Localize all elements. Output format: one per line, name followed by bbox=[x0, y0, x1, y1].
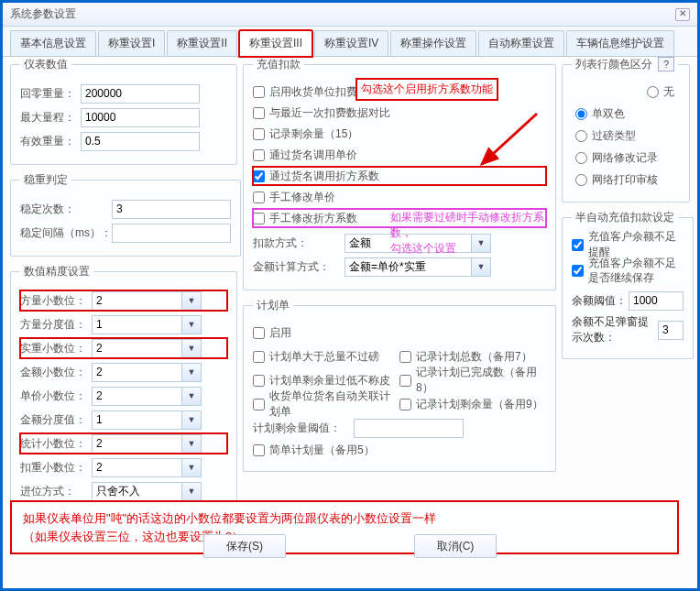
tab-1[interactable]: 称重设置I bbox=[98, 30, 165, 56]
tab-strip: 基本信息设置称重设置I称重设置II称重设置III称重设置IV称重操作设置自动称重… bbox=[3, 27, 697, 57]
chevron-down-icon[interactable]: ▼ bbox=[181, 387, 202, 406]
tab-7[interactable]: 车辆信息维护设置 bbox=[566, 30, 674, 56]
meter-legend: 仪表数值 bbox=[20, 57, 71, 72]
chevron-down-icon[interactable]: ▼ bbox=[181, 315, 202, 334]
dialog-window: 系统参数设置 ✕ 基本信息设置称重设置I称重设置II称重设置III称重设置IV称… bbox=[0, 0, 700, 591]
chevron-down-icon[interactable]: ▼ bbox=[181, 410, 202, 430]
charge-check[interactable]: 记录剩余量（15） bbox=[253, 125, 546, 143]
charge-check[interactable]: 手工修改单价 bbox=[253, 188, 546, 206]
combo-input[interactable] bbox=[92, 458, 181, 477]
color-none-radio[interactable]: 无 bbox=[572, 82, 680, 101]
label: 单价小数位： bbox=[20, 389, 92, 404]
plan-threshold-label: 计划剩余量阈值： bbox=[253, 421, 354, 436]
label: 最大量程： bbox=[20, 110, 81, 126]
label: 稳定间隔（ms）： bbox=[20, 225, 112, 241]
combo[interactable]: ▼ bbox=[92, 482, 202, 501]
combo-input[interactable] bbox=[92, 410, 181, 430]
combo[interactable]: ▼ bbox=[92, 410, 202, 430]
label: 有效重量： bbox=[20, 134, 81, 149]
cancel-button[interactable]: 取消(C) bbox=[414, 534, 497, 558]
charge-check[interactable]: 与最近一次扣费数据对比 bbox=[253, 104, 546, 122]
plan-simple-check[interactable]: 简单计划量（备用5） bbox=[253, 441, 546, 459]
combo[interactable]: ▼ bbox=[92, 458, 202, 477]
plan-check[interactable]: 记录计划总数（备用7） bbox=[399, 347, 546, 366]
label: 回零重量： bbox=[20, 86, 81, 102]
color-radio[interactable]: 网络修改记录 bbox=[575, 148, 680, 167]
chevron-down-icon[interactable]: ▼ bbox=[181, 458, 202, 477]
color-radio[interactable]: 单双色 bbox=[575, 104, 680, 123]
save-button[interactable]: 保存(S) bbox=[203, 534, 286, 558]
chevron-down-icon[interactable]: ▼ bbox=[181, 482, 202, 501]
color-group: 列表行颜色区分? 无 单双色过磅类型网络修改记录网络打印审核 bbox=[562, 57, 690, 202]
charge-check[interactable]: 通过货名调用折方系数 bbox=[253, 167, 546, 185]
sa-bal-input[interactable] bbox=[629, 291, 684, 311]
label: 统计小数位： bbox=[20, 436, 92, 452]
combo-input[interactable] bbox=[92, 387, 181, 406]
charge-group: 充值扣款 启用收货单位扣费与最近一次扣费数据对比记录剩余量（15）通过货名调用单… bbox=[243, 57, 556, 290]
combo-input[interactable] bbox=[92, 315, 181, 334]
label: 实重小数位： bbox=[20, 341, 92, 356]
text-input[interactable] bbox=[81, 132, 200, 151]
plan-check[interactable]: 记录计划已完成数（备用8） bbox=[399, 371, 546, 389]
text-input[interactable] bbox=[81, 84, 200, 104]
color-radio[interactable]: 过磅类型 bbox=[575, 126, 680, 145]
color-radio[interactable]: 网络打印审核 bbox=[575, 170, 680, 189]
combo[interactable]: ▼ bbox=[345, 257, 491, 277]
tab-5[interactable]: 称重操作设置 bbox=[390, 30, 476, 56]
chevron-down-icon[interactable]: ▼ bbox=[181, 339, 202, 358]
label: 金额计算方式： bbox=[253, 259, 345, 275]
sa-pop-input[interactable] bbox=[658, 321, 684, 340]
help-icon[interactable]: ? bbox=[658, 57, 674, 71]
sa-bal-label: 余额阈值： bbox=[572, 293, 629, 309]
plan-check[interactable]: 计划单剩余量过低不称皮 bbox=[253, 371, 399, 389]
annotation-pink: 如果需要过磅时手动修改折方系数，勾选这个设置 bbox=[390, 210, 555, 256]
semiauto-legend: 半自动充值扣款设定 bbox=[572, 210, 678, 225]
combo-input[interactable] bbox=[92, 363, 181, 382]
chevron-down-icon[interactable]: ▼ bbox=[181, 363, 202, 382]
plan-threshold-input[interactable] bbox=[354, 419, 464, 438]
annotation-red-1: 勾选这个启用折方系数功能 bbox=[357, 80, 497, 99]
combo[interactable]: ▼ bbox=[92, 339, 202, 358]
plan-enable-check[interactable]: 启用 bbox=[253, 323, 546, 342]
plan-legend: 计划单 bbox=[253, 298, 293, 313]
text-input[interactable] bbox=[112, 200, 231, 219]
text-input[interactable] bbox=[112, 224, 231, 243]
charge-check[interactable]: 通过货名调用单价 bbox=[253, 146, 546, 164]
label: 扣款方式： bbox=[253, 235, 345, 251]
chevron-down-icon[interactable]: ▼ bbox=[181, 434, 202, 454]
tab-4[interactable]: 称重设置IV bbox=[314, 30, 388, 56]
tab-2[interactable]: 称重设置II bbox=[167, 30, 237, 56]
tab-3[interactable]: 称重设置III bbox=[239, 30, 312, 57]
tab-0[interactable]: 基本信息设置 bbox=[10, 30, 96, 56]
combo[interactable]: ▼ bbox=[92, 363, 202, 382]
semiauto-group: 半自动充值扣款设定 充值客户余额不足提醒 充值客户余额不足是否继续保存 余额阈值… bbox=[562, 210, 694, 359]
label: 金额分度值： bbox=[20, 412, 92, 428]
meter-group: 仪表数值 回零重量：最大量程：有效重量： bbox=[10, 57, 237, 165]
precision-legend: 数值精度设置 bbox=[20, 264, 93, 279]
combo-input[interactable] bbox=[92, 291, 181, 311]
combo[interactable]: ▼ bbox=[92, 291, 202, 311]
combo[interactable]: ▼ bbox=[92, 434, 202, 454]
label: 进位方式： bbox=[20, 484, 92, 499]
chevron-down-icon[interactable]: ▼ bbox=[471, 257, 491, 277]
sa-check2[interactable]: 充值客户余额不足是否继续保存 bbox=[572, 257, 684, 285]
content-area: 仪表数值 回零重量：最大量程：有效重量： 稳重判定 稳定次数：稳定间隔（ms）：… bbox=[3, 57, 697, 565]
combo-input[interactable] bbox=[92, 434, 181, 454]
tab-6[interactable]: 自动称重设置 bbox=[478, 30, 564, 56]
sa-pop-label: 余额不足弹窗提示次数： bbox=[572, 314, 658, 345]
plan-check[interactable]: 记录计划剩余量（备用9） bbox=[399, 395, 546, 413]
combo-input[interactable] bbox=[92, 482, 181, 501]
sa-check1[interactable]: 充值客户余额不足提醒 bbox=[572, 235, 684, 254]
close-icon[interactable]: ✕ bbox=[675, 8, 690, 21]
plan-check[interactable]: 计划单大于总量不过磅 bbox=[253, 347, 399, 366]
combo[interactable]: ▼ bbox=[92, 315, 202, 334]
text-input[interactable] bbox=[81, 108, 200, 127]
window-title: 系统参数设置 bbox=[10, 6, 76, 22]
plan-group: 计划单 启用 计划单大于总量不过磅记录计划总数（备用7）计划单剩余量过低不称皮记… bbox=[243, 298, 556, 472]
plan-check[interactable]: 收货单位货名自动关联计划单 bbox=[253, 395, 399, 413]
combo[interactable]: ▼ bbox=[92, 387, 202, 406]
combo-input[interactable] bbox=[345, 257, 471, 277]
combo-input[interactable] bbox=[92, 339, 181, 358]
chevron-down-icon[interactable]: ▼ bbox=[181, 291, 202, 311]
charge-legend: 充值扣款 bbox=[253, 57, 304, 72]
